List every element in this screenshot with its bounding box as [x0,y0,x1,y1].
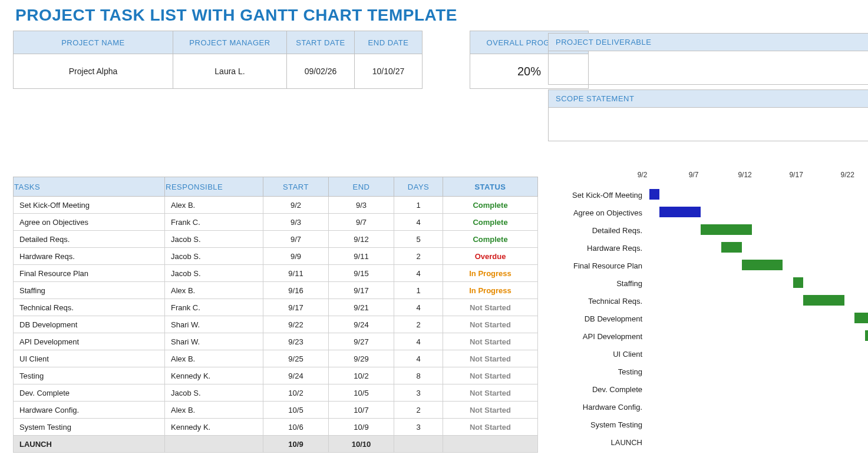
gantt-row-label: Testing [548,367,649,376]
task-cell-responsible [165,436,263,453]
table-row[interactable]: Hardware Config.Alex B.10/510/72Not Star… [14,402,538,419]
task-cell-status: Not Started [443,367,538,384]
task-cell-start: 9/24 [263,367,329,384]
gantt-row-label: Technical Reqs. [548,297,649,306]
gantt-bar [865,330,868,341]
gantt-row-label: Staffing [548,279,649,288]
task-cell-start: 9/23 [263,333,329,350]
task-cell-name: API Development [14,333,165,350]
task-cell-end: 9/3 [329,197,394,214]
table-row[interactable]: TestingKennedy K.9/2410/28Not Started [14,367,538,384]
table-row[interactable]: System TestingKennedy K.10/610/93Not Sta… [14,419,538,436]
task-cell-days: 1 [394,197,443,214]
task-cell-days: 4 [394,350,443,367]
task-cell-days: 4 [394,214,443,231]
task-cell-end: 9/24 [329,316,394,333]
project-info-table: PROJECT NAME PROJECT MANAGER START DATE … [13,31,423,89]
scope-panel: SCOPE STATEMENT [548,89,868,141]
task-cell-days: 5 [394,231,443,248]
task-cell-name: Detailed Reqs. [14,231,165,248]
task-cell-name: Hardware Config. [14,402,165,419]
task-cell-days: 2 [394,316,443,333]
gantt-bar [649,189,659,200]
table-row[interactable]: Technical Reqs.Frank C.9/179/214Not Star… [14,299,538,316]
gantt-row-track [649,292,868,310]
gantt-bar [701,224,752,235]
task-cell-responsible: Kennedy K. [165,367,263,384]
task-cell-start: 9/16 [263,282,329,299]
gantt-axis-tick: 9/22 [840,171,854,179]
table-row[interactable]: API DevelopmentShari W.9/239/274Not Star… [14,333,538,350]
task-cell-days: 4 [394,299,443,316]
task-cell-responsible: Frank C. [165,299,263,316]
table-row[interactable]: StaffingAlex B.9/169/171In Progress [14,282,538,299]
gantt-row: API Development [548,327,868,345]
task-cell-status: Not Started [443,350,538,367]
gantt-row-label: API Development [548,332,649,341]
task-cell-start: 9/11 [263,265,329,282]
table-row[interactable]: Agree on ObjectivesFrank C.9/39/74Comple… [14,214,538,231]
gantt-row-label: Agree on Objectives [548,208,649,217]
task-cell-status: Not Started [443,299,538,316]
task-cell-start: 10/2 [263,384,329,402]
table-row[interactable]: Hardware Reqs.Jacob S.9/99/112Overdue [14,248,538,265]
task-cell-name: UI Client [14,350,165,367]
header-end: END [329,177,394,197]
task-cell-status: Overdue [443,248,538,265]
value-project-manager[interactable]: Laura L. [173,54,287,89]
table-row[interactable]: LAUNCH10/910/10 [14,436,538,453]
task-cell-status: In Progress [443,282,538,299]
task-cell-days: 2 [394,248,443,265]
gantt-axis-tick: 9/17 [789,171,803,179]
gantt-bar [803,295,844,306]
task-cell-start: 9/22 [263,316,329,333]
value-project-name[interactable]: Project Alpha [14,54,173,89]
gantt-row-label: Hardware Config. [548,403,649,412]
table-row[interactable]: Detailed Reqs.Jacob S.9/79/125Complete [14,231,538,248]
task-cell-responsible: Jacob S. [165,384,263,402]
gantt-bar [742,260,783,270]
header-start: START [263,177,329,197]
gantt-row-track [649,310,868,327]
table-row[interactable]: Set Kick-Off MeetingAlex B.9/29/31Comple… [14,197,538,214]
gantt-row: System Testing [548,416,868,433]
task-cell-status: Not Started [443,333,538,350]
task-cell-name: LAUNCH [14,436,165,453]
gantt-bar [721,242,742,253]
gantt-row: Staffing [548,274,868,292]
gantt-row-track [649,186,868,204]
value-deliverable[interactable] [548,51,868,85]
table-row[interactable]: DB DevelopmentShari W.9/229/242Not Start… [14,316,538,333]
task-cell-end: 9/17 [329,282,394,299]
table-row[interactable]: UI ClientAlex B.9/259/294Not Started [14,350,538,367]
task-cell-status: Not Started [443,419,538,436]
task-cell-status: Not Started [443,316,538,333]
table-row[interactable]: Dev. CompleteJacob S.10/210/53Not Starte… [14,384,538,402]
task-cell-start: 9/17 [263,299,329,316]
gantt-axis-tick: 9/7 [689,171,699,179]
gantt-row-label: DB Development [548,314,649,323]
header-project-name: PROJECT NAME [14,31,173,54]
task-cell-responsible: Alex B. [165,197,263,214]
value-end-date[interactable]: 10/10/27 [355,54,423,89]
task-cell-name: System Testing [14,419,165,436]
gantt-row: UI Client [548,345,868,363]
task-cell-days: 3 [394,419,443,436]
table-row[interactable]: Final Resource PlanJacob S.9/119/154In P… [14,265,538,282]
gantt-row: Final Resource Plan [548,257,868,274]
task-cell-days: 1 [394,282,443,299]
value-start-date[interactable]: 09/02/26 [287,54,355,89]
gantt-chart: 9/29/79/129/179/22 Set Kick-Off MeetingA… [548,171,868,453]
gantt-row: Agree on Objectives [548,204,868,221]
task-cell-start: 9/3 [263,214,329,231]
gantt-row-track [649,257,868,274]
task-cell-end: 10/9 [329,419,394,436]
task-cell-name: Set Kick-Off Meeting [14,197,165,214]
task-cell-end: 9/15 [329,265,394,282]
gantt-bar [793,277,803,288]
task-cell-end: 10/2 [329,367,394,384]
gantt-row-track [649,380,868,398]
task-cell-responsible: Alex B. [165,402,263,419]
value-scope[interactable] [548,108,868,141]
gantt-row: Testing [548,363,868,380]
